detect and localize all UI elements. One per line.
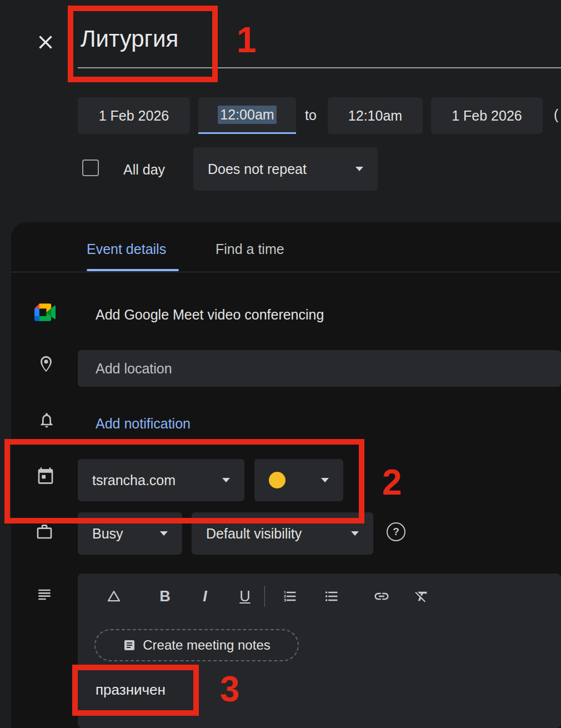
add-meet-button[interactable]: Add Google Meet video conferencing bbox=[96, 307, 324, 323]
numbered-list-icon[interactable] bbox=[281, 587, 300, 606]
help-icon[interactable]: ? bbox=[387, 522, 405, 541]
briefcase-icon bbox=[36, 522, 53, 540]
create-meeting-notes-label: Create meeting notes bbox=[143, 637, 270, 653]
all-day-checkbox[interactable] bbox=[82, 159, 99, 176]
to-label: to bbox=[305, 107, 317, 123]
start-date-button[interactable]: 1 Feb 2026 bbox=[78, 97, 190, 134]
add-notification-link[interactable]: Add notification bbox=[96, 416, 191, 432]
chevron-down-icon bbox=[355, 167, 363, 171]
visibility-value: Default visibility bbox=[206, 526, 302, 542]
recurrence-dropdown[interactable]: Does not repeat bbox=[193, 147, 378, 191]
location-input[interactable]: Add location bbox=[78, 350, 561, 387]
end-time-button[interactable]: 12:10am bbox=[328, 97, 423, 134]
annotation-box-1 bbox=[68, 6, 218, 82]
toolbar-divider bbox=[264, 586, 265, 607]
tab-active-indicator bbox=[87, 269, 179, 271]
end-date-button[interactable]: 1 Feb 2026 bbox=[431, 97, 543, 134]
tab-event-details[interactable]: Event details bbox=[87, 241, 166, 257]
document-icon bbox=[123, 639, 136, 652]
annotation-box-3 bbox=[72, 665, 199, 716]
annotation-number-1: 1 bbox=[237, 22, 257, 58]
chevron-down-icon bbox=[351, 531, 359, 536]
tabs-divider bbox=[11, 272, 561, 272]
bulleted-list-icon[interactable] bbox=[322, 587, 341, 606]
event-dialog: Литургия 1 Feb 2026 12:00am to 12:10am 1… bbox=[0, 0, 561, 728]
format-clear-icon[interactable] bbox=[412, 587, 431, 606]
location-pin-icon bbox=[37, 355, 56, 373]
close-button[interactable] bbox=[34, 31, 58, 54]
close-icon bbox=[34, 31, 58, 53]
bold-icon[interactable]: B bbox=[156, 587, 174, 606]
annotation-number-3: 3 bbox=[220, 671, 240, 707]
start-time-value: 12:00am bbox=[218, 106, 276, 124]
timezone-label-cut: ( bbox=[554, 107, 558, 123]
google-meet-icon bbox=[34, 303, 56, 321]
italic-icon[interactable]: I bbox=[196, 587, 214, 606]
bell-icon bbox=[38, 411, 56, 429]
location-placeholder: Add location bbox=[78, 361, 172, 377]
drive-attachment-icon[interactable] bbox=[104, 587, 123, 606]
tab-find-a-time[interactable]: Find a time bbox=[216, 241, 284, 257]
annotation-box-2 bbox=[4, 439, 364, 523]
link-icon[interactable] bbox=[372, 587, 391, 606]
description-lines-icon bbox=[36, 586, 53, 604]
recurrence-value: Does not repeat bbox=[208, 161, 307, 177]
start-time-button[interactable]: 12:00am bbox=[198, 97, 296, 134]
annotation-number-2: 2 bbox=[382, 465, 402, 500]
chevron-down-icon bbox=[160, 531, 168, 536]
create-meeting-notes-button[interactable]: Create meeting notes bbox=[94, 629, 299, 661]
all-day-label: All day bbox=[123, 162, 165, 178]
busy-value: Busy bbox=[92, 526, 123, 542]
underline-icon[interactable]: U bbox=[236, 587, 254, 606]
